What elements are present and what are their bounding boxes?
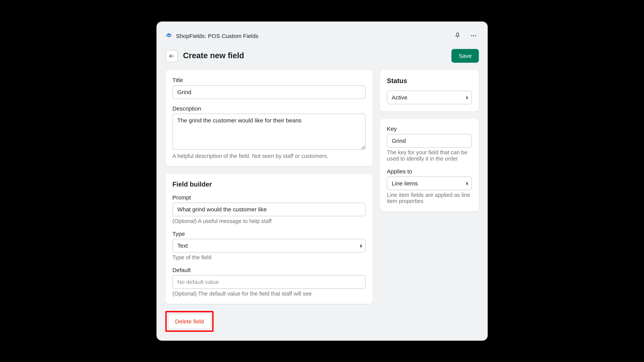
- pin-button[interactable]: [452, 30, 463, 41]
- more-button[interactable]: [468, 30, 479, 41]
- prompt-label: Prompt: [172, 194, 366, 201]
- field-builder-heading: Field builder: [172, 180, 366, 188]
- description-help: A helpful description of the field. Not …: [172, 153, 366, 159]
- applies-to-label: Applies to: [387, 168, 472, 175]
- prompt-group: Prompt (Optional) A useful message to he…: [172, 194, 366, 224]
- title-input[interactable]: [172, 85, 366, 99]
- card-basic: Title Description A helpful description …: [165, 70, 372, 166]
- app-name-label: ShopFields: POS Custom Fields: [176, 32, 258, 39]
- description-label: Description: [172, 105, 366, 112]
- status-heading: Status: [387, 77, 472, 84]
- svg-point-2: [475, 35, 476, 36]
- svg-point-0: [471, 35, 472, 36]
- delete-highlight: Delete field: [165, 311, 214, 332]
- page-header: Create new field Save: [165, 49, 478, 63]
- default-input[interactable]: [172, 275, 366, 289]
- description-textarea[interactable]: [172, 114, 366, 150]
- card-status: Status Active ▴▾: [380, 70, 478, 111]
- status-select[interactable]: Active: [387, 91, 472, 104]
- description-group: Description A helpful description of the…: [172, 105, 366, 159]
- title-label: Title: [172, 77, 366, 84]
- key-input[interactable]: [387, 134, 472, 148]
- key-label: Key: [387, 125, 472, 132]
- topbar: ShopFields: POS Custom Fields: [165, 30, 478, 41]
- side-column: Status Active ▴▾ Key The key for your fi…: [380, 70, 478, 218]
- key-help: The key for your field that can be used …: [387, 149, 472, 162]
- columns: Title Description A helpful description …: [165, 70, 478, 332]
- svg-point-1: [473, 35, 474, 36]
- type-group: Type Text ▴▾ Type of the field: [172, 230, 366, 260]
- app-window: ShopFields: POS Custom Fields Create new…: [156, 21, 488, 340]
- app-brand: ShopFields: POS Custom Fields: [165, 32, 258, 39]
- card-meta: Key The key for your field that can be u…: [380, 118, 478, 211]
- prompt-help: (Optional) A useful message to help staf…: [172, 218, 366, 224]
- main-column: Title Description A helpful description …: [165, 70, 372, 332]
- type-help: Type of the field: [172, 254, 366, 260]
- page-header-left: Create new field: [165, 50, 244, 62]
- prompt-input[interactable]: [172, 202, 366, 216]
- card-field-builder: Field builder Prompt (Optional) A useful…: [165, 173, 372, 304]
- applies-to-select[interactable]: Line items: [387, 176, 472, 190]
- page-title: Create new field: [183, 51, 244, 61]
- save-button[interactable]: Save: [452, 49, 479, 63]
- type-select[interactable]: Text: [172, 239, 366, 252]
- topbar-actions: [452, 30, 479, 41]
- applies-to-help: Line item fields are applied as line ite…: [387, 192, 472, 204]
- type-label: Type: [172, 230, 366, 237]
- default-group: Default (Optional) The default value for…: [172, 267, 366, 297]
- app-icon: [165, 32, 172, 39]
- back-button[interactable]: [165, 50, 178, 62]
- default-label: Default: [172, 267, 366, 273]
- key-group: Key The key for your field that can be u…: [387, 125, 472, 162]
- delete-field-button[interactable]: Delete field: [168, 314, 210, 328]
- title-group: Title: [172, 77, 366, 99]
- default-help: (Optional) The default value for the fie…: [172, 291, 366, 297]
- applies-to-group: Applies to Line items ▴▾ Line item field…: [387, 168, 472, 204]
